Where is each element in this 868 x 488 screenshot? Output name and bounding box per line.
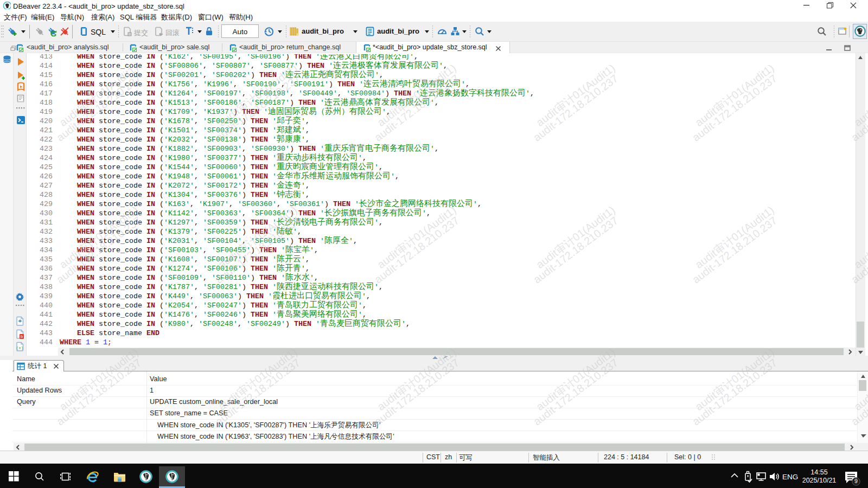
svg-text:9: 9 <box>854 478 858 484</box>
svg-text:b: b <box>21 334 23 339</box>
svg-text:(x): (x) <box>16 346 24 350</box>
